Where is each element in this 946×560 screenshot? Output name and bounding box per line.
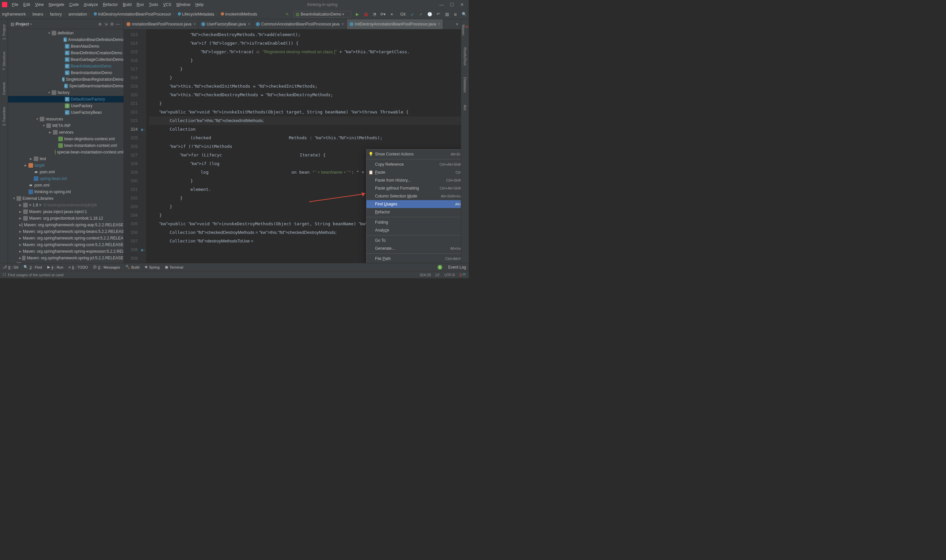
tree-item[interactable]: ▼resources (8, 116, 123, 122)
tree-item[interactable]: ▶Maven: org.springframework:spring-core:… (8, 242, 123, 248)
more-tabs-icon[interactable]: ▾ (453, 22, 461, 26)
tree-item[interactable]: CAnnotationBeanDefinitionDemo (8, 36, 123, 43)
close-button[interactable]: ✕ (460, 2, 464, 7)
ide-settings-icon[interactable]: ▤ (444, 12, 450, 17)
left-tab[interactable]: 2: Favorites (2, 104, 7, 128)
bottom-tab[interactable]: 🔍 3: Find (23, 265, 42, 269)
tree-item[interactable]: ▶Maven: org.springframework:spring-jcl:5… (8, 255, 123, 261)
close-tab-icon[interactable]: × (248, 22, 250, 26)
menu-analyze[interactable]: Analyze (82, 2, 100, 8)
bottom-tab[interactable]: ≡ 6: TODO (69, 265, 88, 269)
breadcrumb-item[interactable]: factory (50, 12, 62, 17)
bottom-tab[interactable]: 🔨 Build (125, 265, 139, 269)
tree-item[interactable]: ▶test (8, 155, 123, 162)
tree-item[interactable]: ▶< 1.8 >D:\worksprace\devtools\jdk\jdk (8, 202, 123, 208)
vcs-update-icon[interactable]: ↙ (410, 12, 415, 17)
context-menu-item[interactable]: Find UsagesAlt+F7 (367, 200, 461, 208)
profile-button[interactable]: ⟳▾ (380, 12, 386, 17)
context-menu-item[interactable]: Paste without FormattingCtrl+Alt+Shift+V (367, 184, 461, 192)
line-gutter[interactable]: 3133143153163173183193203213223233243253… (124, 29, 140, 263)
bottom-tab[interactable]: ❀ Spring (145, 265, 160, 269)
context-menu-item[interactable]: Generate...Alt+Insert (367, 245, 461, 252)
context-menu-item[interactable]: Folding▶ (367, 218, 461, 226)
left-tab[interactable]: 7: Structure (2, 49, 7, 73)
breadcrumb-item[interactable]: beans (32, 12, 43, 17)
tree-item[interactable]: mpom.xml (8, 169, 123, 175)
tree-item[interactable]: ▶Scratches and Consoles (8, 261, 123, 263)
context-menu-item[interactable]: Go To▶ (367, 237, 461, 245)
breadcrumb[interactable]: ingframework〉beans〉factory〉annotation〉 I… (2, 11, 257, 17)
tree-item[interactable]: ▼factory (8, 89, 123, 96)
tree-item[interactable]: bean-instantiation-context.xml (8, 142, 123, 149)
tree-item[interactable]: ▼definition (8, 30, 123, 36)
menu-code[interactable]: Code (67, 2, 81, 8)
tree-item[interactable]: CBeanInstantiationDemo (8, 69, 123, 76)
vcs-history-icon[interactable]: 🕘 (427, 12, 432, 17)
breadcrumb-item[interactable]: annotation (69, 12, 87, 17)
context-menu-item[interactable]: Copy ReferenceCtrl+Alt+Shift+C (367, 160, 461, 168)
project-tree[interactable]: ▼definitionCAnnotationBeanDefinitionDemo… (8, 29, 123, 263)
right-tab[interactable]: mMaven (461, 22, 469, 38)
breadcrumb-item[interactable]: invokeInitMethods (221, 12, 257, 17)
locate-icon[interactable]: ⊕ (97, 22, 103, 26)
tree-item[interactable]: spring-bean.iml (8, 175, 123, 182)
stop-button[interactable]: ■ (389, 12, 394, 17)
line-separator[interactable]: LF (436, 273, 440, 277)
file-encoding[interactable]: UTF-8 (444, 273, 455, 277)
tree-item[interactable]: ▶Maven: org.projectlombok:lombok:1.18.12 (8, 215, 123, 222)
tree-item[interactable]: ▼META-INF (8, 122, 123, 129)
bottom-tab[interactable]: ▣ Terminal (165, 265, 183, 269)
code-viewport[interactable]: 3133143153163173183193203213223233243253… (124, 29, 461, 263)
expand-icon[interactable]: ⇲ (103, 22, 109, 26)
tree-item[interactable]: ▶Maven: javax.inject:javax.inject:1 (8, 208, 123, 215)
close-tab-icon[interactable]: × (193, 22, 196, 26)
override-gutter-icon[interactable]: ◉↓ (141, 248, 145, 252)
context-menu-item[interactable]: Analyze▶ (367, 226, 461, 234)
tree-item[interactable]: ▶Maven: org.springframework:spring-conte… (8, 235, 123, 242)
menu-file[interactable]: File (10, 2, 20, 8)
tree-item[interactable]: thinking-in-spring.iml (8, 189, 123, 195)
vcs-commit-icon[interactable]: ✓ (418, 12, 424, 17)
context-menu-item[interactable]: Paste from History...Ctrl+Shift+V (367, 176, 461, 184)
right-tab[interactable]: Database (462, 74, 468, 95)
maximize-button[interactable]: ☐ (450, 2, 454, 7)
context-menu-item[interactable]: 💡Show Context ActionsAlt+Enter (367, 150, 461, 158)
tree-item[interactable]: ▼External Libraries (8, 195, 123, 202)
menu-view[interactable]: View (33, 2, 46, 8)
tree-item[interactable]: CSpecialBeanInstantiationDemo (8, 83, 123, 89)
menu-tools[interactable]: Tools (147, 2, 160, 8)
context-menu-item[interactable]: Column Selection ModeAlt+Shift+Insert (367, 192, 461, 200)
menu-edit[interactable]: Edit (21, 2, 32, 8)
event-log-button[interactable]: Event Log (448, 265, 466, 269)
caret-position[interactable]: 324:29 (420, 273, 431, 277)
right-tab[interactable]: RestfulTool (462, 45, 468, 68)
tree-item[interactable]: ▶target (8, 162, 123, 169)
tree-item[interactable]: CSingletonBeanRegistrationDemo (8, 76, 123, 83)
tree-item[interactable]: CBeanInitializationDemo (8, 63, 123, 69)
tree-item[interactable]: mpom.xml (8, 182, 123, 189)
left-tab[interactable]: Commit (2, 80, 7, 98)
left-tab[interactable]: 1: Project (2, 22, 7, 42)
tree-item[interactable]: CBeanGarbageCollectionDemo (8, 56, 123, 63)
editor-tab[interactable]: UserFactoryBean.java× (199, 19, 253, 29)
editor-tab[interactable]: CommonAnnotationBeanPostProcessor.java× (253, 19, 347, 29)
minimize-button[interactable]: — (439, 2, 444, 7)
tree-item[interactable]: CUserFactoryBean (8, 109, 123, 116)
tree-item[interactable]: ▶Maven: org.springframework:spring-beans… (8, 228, 123, 235)
menu-vcs[interactable]: VCS (161, 2, 173, 8)
coverage-button[interactable]: ◔ (372, 12, 377, 17)
debug-button[interactable]: 🐞 (363, 12, 368, 17)
menu-run[interactable]: Run (135, 2, 146, 8)
menu-navigate[interactable]: Navigate (47, 2, 66, 8)
gear-icon[interactable]: ⚙ (109, 22, 115, 26)
bottom-tab[interactable]: ⓪ 0: Messages (93, 265, 120, 269)
tree-item[interactable]: bean-deginitions-context.xml (8, 135, 123, 142)
close-tab-icon[interactable]: × (438, 22, 440, 26)
search-icon[interactable]: 🔍 (461, 12, 467, 17)
menu-refactor[interactable]: Refactor (101, 2, 120, 8)
tree-item[interactable]: special-bean-instantiation-context.xml (8, 149, 123, 155)
vcs-rollback-icon[interactable]: ↶ (436, 12, 441, 17)
bottom-tab[interactable]: ▶ 4: Run (47, 265, 63, 269)
context-menu-item[interactable]: File PathCtrl+Alt+F12 (367, 255, 461, 263)
tree-item[interactable]: CBeanDefinitionCreationDemo (8, 49, 123, 56)
